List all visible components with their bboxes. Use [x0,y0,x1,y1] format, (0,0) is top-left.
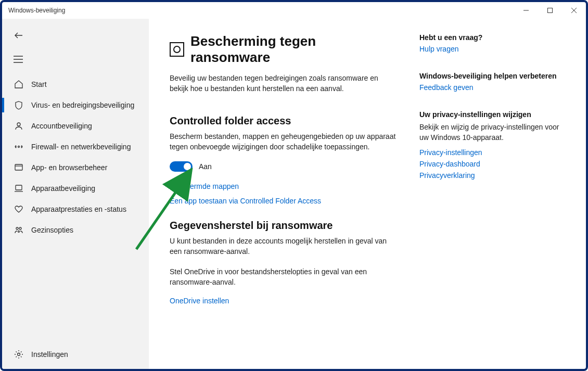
menu-button[interactable] [14,50,149,69]
aside-question-heading: Hebt u een vraag? [419,33,570,42]
svg-rect-1 [548,8,553,13]
nav-label: Apparaatbeveiliging [31,184,95,193]
recovery-heading: Gegevensherstel bij ransomware [170,220,399,232]
nav-start[interactable]: Start [2,74,149,95]
network-icon [14,142,24,152]
svg-rect-12 [16,185,22,190]
aside-privacy-text: Bekijk en wijzig de privacy-instellingen… [419,122,570,143]
nav-health[interactable]: Apparaatprestaties en -status [2,199,149,220]
device-icon [14,183,24,194]
nav-label: Instellingen [31,350,68,359]
nav-label: Firewall- en netwerkbeveiliging [31,143,131,151]
title-bar: Windows-beveiliging [2,2,586,19]
nav-account[interactable]: Accountbeveiliging [2,116,149,136]
nav: Start Virus- en bedreigingsbeveiliging A… [2,74,149,369]
svg-point-16 [18,231,20,233]
protected-folders-link[interactable]: Beschermde mappen [170,182,399,190]
aside-privacy-dashboard-link[interactable]: Privacy-dashboard [419,160,570,168]
minimize-button[interactable] [514,2,538,19]
nav-label: Virus- en bedreigingsbeveiliging [31,101,134,109]
svg-point-17 [18,353,20,356]
cfa-toggle-label: Aan [199,162,212,171]
ransomware-icon [170,42,184,57]
nav-firewall[interactable]: Firewall- en netwerkbeveiliging [2,136,149,157]
svg-point-15 [19,227,21,229]
app-icon [14,162,24,173]
nav-settings[interactable]: Instellingen [2,340,149,369]
svg-point-14 [16,227,18,229]
page-intro: Beveilig uw bestanden tegen bedreigingen… [170,73,399,94]
close-button[interactable] [562,2,586,19]
nav-label: App- en browserbeheer [31,163,107,172]
allow-app-link[interactable]: Een app toestaan via Controlled Folder A… [170,197,399,205]
recovery-desc: U kunt bestanden in deze accounts mogeli… [170,236,399,257]
nav-label: Start [31,80,47,88]
content: Bescherming tegen ransomware Beveilig uw… [149,19,586,369]
nav-label: Accountbeveiliging [31,122,92,130]
aside-privacy-heading: Uw privacy-instellingen wijzigen [419,110,570,119]
gear-icon [14,349,24,360]
family-icon [14,225,24,235]
back-button[interactable] [14,26,149,45]
person-icon [14,121,24,131]
onedrive-link[interactable]: OneDrive instellen [170,297,399,305]
svg-point-9 [18,146,20,148]
aside-privacy-settings-link[interactable]: Privacy-instellingen [419,148,570,157]
onedrive-text: Stel OneDrive in voor bestandsherstelopt… [170,266,399,288]
heart-icon [14,204,24,214]
svg-point-8 [17,123,20,126]
aside-help-link[interactable]: Hulp vragen [419,45,570,53]
nav-family[interactable]: Gezinsopties [2,220,149,240]
nav-label: Apparaatprestaties en -status [31,205,126,213]
aside-privacy-statement-link[interactable]: Privacyverklaring [419,171,570,180]
shield-icon [14,100,24,110]
sidebar: Start Virus- en bedreigingsbeveiliging A… [2,19,149,369]
page-title: Bescherming tegen ransomware [170,33,399,66]
aside-feedback-link[interactable]: Feedback geven [419,83,570,92]
cfa-desc: Bescherm bestanden, mappen en geheugenge… [170,131,399,152]
nav-virus[interactable]: Virus- en bedreigingsbeveiliging [2,95,149,116]
maximize-button[interactable] [538,2,562,19]
nav-label: Gezinsopties [31,226,73,234]
svg-rect-10 [15,164,22,170]
aside-improve-heading: Windows-beveiliging helpen verbeteren [419,72,570,80]
cfa-heading: Controlled folder access [170,115,399,127]
cfa-toggle[interactable] [170,161,193,172]
window-title: Windows-beveiliging [8,7,65,14]
nav-appbrowser[interactable]: App- en browserbeheer [2,157,149,178]
nav-device[interactable]: Apparaatbeveiliging [2,178,149,199]
home-icon [14,79,24,89]
